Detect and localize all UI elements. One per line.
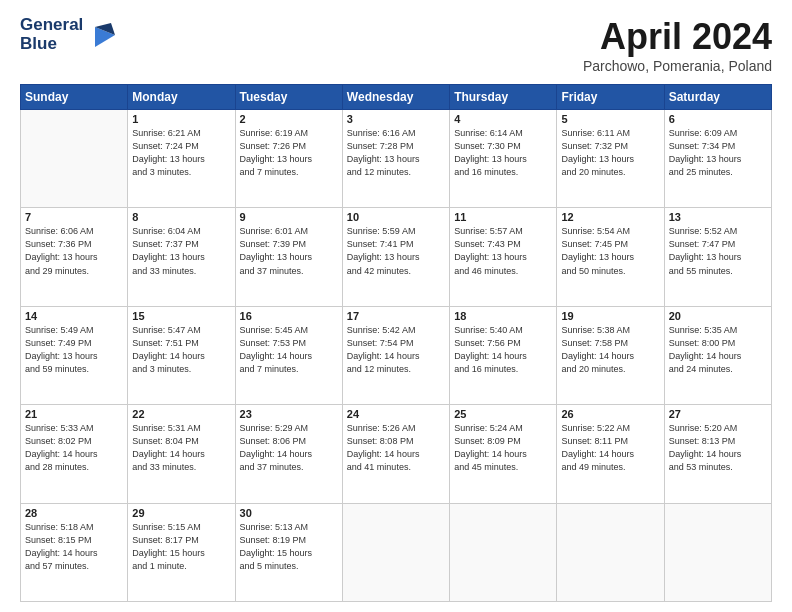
day-info-line: Daylight: 13 hours bbox=[454, 154, 527, 164]
day-info-line: and 41 minutes. bbox=[347, 462, 411, 472]
day-info-line: and 16 minutes. bbox=[454, 167, 518, 177]
day-number: 26 bbox=[561, 408, 659, 420]
day-info-line: Daylight: 14 hours bbox=[240, 351, 313, 361]
day-info: Sunrise: 5:29 AMSunset: 8:06 PMDaylight:… bbox=[240, 422, 338, 474]
day-info-line: and 7 minutes. bbox=[240, 167, 299, 177]
day-info-line: Sunset: 7:36 PM bbox=[25, 239, 92, 249]
day-info: Sunrise: 6:06 AMSunset: 7:36 PMDaylight:… bbox=[25, 225, 123, 277]
table-row: 12Sunrise: 5:54 AMSunset: 7:45 PMDayligh… bbox=[557, 208, 664, 306]
table-row: 1Sunrise: 6:21 AMSunset: 7:24 PMDaylight… bbox=[128, 110, 235, 208]
day-info-line: and 33 minutes. bbox=[132, 462, 196, 472]
day-number: 7 bbox=[25, 211, 123, 223]
day-info-line: Daylight: 14 hours bbox=[669, 449, 742, 459]
day-info: Sunrise: 5:40 AMSunset: 7:56 PMDaylight:… bbox=[454, 324, 552, 376]
day-info-line: Daylight: 13 hours bbox=[669, 252, 742, 262]
day-info-line: Sunset: 7:45 PM bbox=[561, 239, 628, 249]
day-info-line: and 7 minutes. bbox=[240, 364, 299, 374]
table-row: 17Sunrise: 5:42 AMSunset: 7:54 PMDayligh… bbox=[342, 306, 449, 404]
day-info-line: Sunset: 8:17 PM bbox=[132, 535, 199, 545]
day-info-line: Sunrise: 6:21 AM bbox=[132, 128, 201, 138]
day-info-line: Sunrise: 5:20 AM bbox=[669, 423, 738, 433]
day-number: 18 bbox=[454, 310, 552, 322]
day-info-line: Sunrise: 6:01 AM bbox=[240, 226, 309, 236]
day-info-line: Daylight: 13 hours bbox=[240, 252, 313, 262]
day-number: 8 bbox=[132, 211, 230, 223]
day-info-line: and 12 minutes. bbox=[347, 167, 411, 177]
day-info-line: Sunset: 7:39 PM bbox=[240, 239, 307, 249]
day-info-line: Sunset: 8:19 PM bbox=[240, 535, 307, 545]
table-row: 22Sunrise: 5:31 AMSunset: 8:04 PMDayligh… bbox=[128, 405, 235, 503]
day-info-line: and 55 minutes. bbox=[669, 266, 733, 276]
day-info: Sunrise: 6:19 AMSunset: 7:26 PMDaylight:… bbox=[240, 127, 338, 179]
day-info-line: Sunset: 7:56 PM bbox=[454, 338, 521, 348]
day-info-line: Sunrise: 6:04 AM bbox=[132, 226, 201, 236]
table-row bbox=[21, 110, 128, 208]
day-info-line: Sunset: 8:06 PM bbox=[240, 436, 307, 446]
table-row: 28Sunrise: 5:18 AMSunset: 8:15 PMDayligh… bbox=[21, 503, 128, 601]
day-info-line: Sunset: 8:02 PM bbox=[25, 436, 92, 446]
day-number: 28 bbox=[25, 507, 123, 519]
table-row: 9Sunrise: 6:01 AMSunset: 7:39 PMDaylight… bbox=[235, 208, 342, 306]
day-info-line: Sunset: 8:11 PM bbox=[561, 436, 628, 446]
day-info-line: Sunset: 7:51 PM bbox=[132, 338, 199, 348]
day-info-line: Daylight: 14 hours bbox=[561, 351, 634, 361]
table-row: 30Sunrise: 5:13 AMSunset: 8:19 PMDayligh… bbox=[235, 503, 342, 601]
day-info-line: Sunset: 7:53 PM bbox=[240, 338, 307, 348]
day-info-line: and 25 minutes. bbox=[669, 167, 733, 177]
day-info-line: Sunset: 7:30 PM bbox=[454, 141, 521, 151]
calendar-header-row: Sunday Monday Tuesday Wednesday Thursday… bbox=[21, 85, 772, 110]
day-info: Sunrise: 5:42 AMSunset: 7:54 PMDaylight:… bbox=[347, 324, 445, 376]
day-number: 14 bbox=[25, 310, 123, 322]
table-row: 7Sunrise: 6:06 AMSunset: 7:36 PMDaylight… bbox=[21, 208, 128, 306]
calendar-week-row: 14Sunrise: 5:49 AMSunset: 7:49 PMDayligh… bbox=[21, 306, 772, 404]
day-number: 16 bbox=[240, 310, 338, 322]
col-tuesday: Tuesday bbox=[235, 85, 342, 110]
day-info: Sunrise: 6:16 AMSunset: 7:28 PMDaylight:… bbox=[347, 127, 445, 179]
header: General Blue April 2024 Parchowo, Pomera… bbox=[20, 16, 772, 74]
day-info-line: Daylight: 13 hours bbox=[347, 154, 420, 164]
day-info-line: Sunrise: 5:42 AM bbox=[347, 325, 416, 335]
day-info-line: and 5 minutes. bbox=[240, 561, 299, 571]
title-block: April 2024 Parchowo, Pomerania, Poland bbox=[583, 16, 772, 74]
day-info: Sunrise: 5:15 AMSunset: 8:17 PMDaylight:… bbox=[132, 521, 230, 573]
day-info-line: Daylight: 14 hours bbox=[454, 449, 527, 459]
day-info-line: Daylight: 14 hours bbox=[132, 351, 205, 361]
day-info-line: and 24 minutes. bbox=[669, 364, 733, 374]
day-number: 21 bbox=[25, 408, 123, 420]
day-info: Sunrise: 5:57 AMSunset: 7:43 PMDaylight:… bbox=[454, 225, 552, 277]
day-info: Sunrise: 5:35 AMSunset: 8:00 PMDaylight:… bbox=[669, 324, 767, 376]
day-info: Sunrise: 5:54 AMSunset: 7:45 PMDaylight:… bbox=[561, 225, 659, 277]
day-info: Sunrise: 5:33 AMSunset: 8:02 PMDaylight:… bbox=[25, 422, 123, 474]
day-info: Sunrise: 6:01 AMSunset: 7:39 PMDaylight:… bbox=[240, 225, 338, 277]
day-info-line: Sunrise: 6:11 AM bbox=[561, 128, 630, 138]
day-info: Sunrise: 5:24 AMSunset: 8:09 PMDaylight:… bbox=[454, 422, 552, 474]
day-info-line: and 20 minutes. bbox=[561, 167, 625, 177]
day-info-line: Sunrise: 5:49 AM bbox=[25, 325, 94, 335]
day-number: 19 bbox=[561, 310, 659, 322]
calendar-week-row: 28Sunrise: 5:18 AMSunset: 8:15 PMDayligh… bbox=[21, 503, 772, 601]
logo-line1: General bbox=[20, 15, 83, 34]
table-row: 10Sunrise: 5:59 AMSunset: 7:41 PMDayligh… bbox=[342, 208, 449, 306]
day-info: Sunrise: 5:26 AMSunset: 8:08 PMDaylight:… bbox=[347, 422, 445, 474]
day-info-line: Sunset: 7:32 PM bbox=[561, 141, 628, 151]
day-info-line: Daylight: 14 hours bbox=[669, 351, 742, 361]
day-number: 2 bbox=[240, 113, 338, 125]
calendar-table: Sunday Monday Tuesday Wednesday Thursday… bbox=[20, 84, 772, 602]
table-row: 25Sunrise: 5:24 AMSunset: 8:09 PMDayligh… bbox=[450, 405, 557, 503]
day-info-line: Daylight: 14 hours bbox=[132, 449, 205, 459]
day-info: Sunrise: 5:20 AMSunset: 8:13 PMDaylight:… bbox=[669, 422, 767, 474]
day-info-line: Daylight: 15 hours bbox=[132, 548, 205, 558]
day-info-line: Sunset: 8:15 PM bbox=[25, 535, 92, 545]
day-info-line: Daylight: 14 hours bbox=[25, 449, 98, 459]
day-info: Sunrise: 5:49 AMSunset: 7:49 PMDaylight:… bbox=[25, 324, 123, 376]
calendar-week-row: 7Sunrise: 6:06 AMSunset: 7:36 PMDaylight… bbox=[21, 208, 772, 306]
table-row: 8Sunrise: 6:04 AMSunset: 7:37 PMDaylight… bbox=[128, 208, 235, 306]
day-info-line: Sunrise: 5:13 AM bbox=[240, 522, 309, 532]
day-number: 23 bbox=[240, 408, 338, 420]
logo-icon bbox=[87, 19, 119, 51]
day-info-line: Daylight: 14 hours bbox=[347, 351, 420, 361]
day-info: Sunrise: 5:52 AMSunset: 7:47 PMDaylight:… bbox=[669, 225, 767, 277]
day-info-line: Sunset: 7:47 PM bbox=[669, 239, 736, 249]
day-info-line: Sunrise: 5:26 AM bbox=[347, 423, 416, 433]
day-info: Sunrise: 5:13 AMSunset: 8:19 PMDaylight:… bbox=[240, 521, 338, 573]
